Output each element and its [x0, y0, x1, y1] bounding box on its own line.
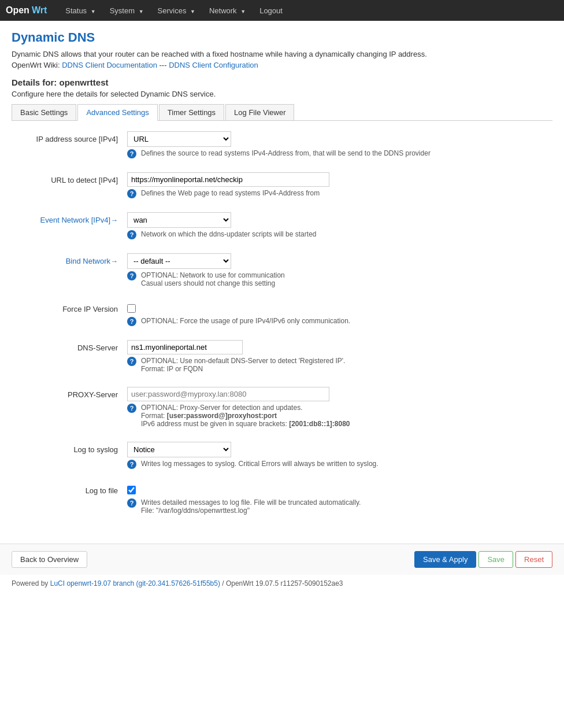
proxy-server-label: PROXY-Server: [12, 387, 127, 399]
proxy-server-control: ? OPTIONAL: Proxy-Server for detection a…: [127, 387, 552, 434]
event-network-row: Event Network [IPv4]→ wan lan loopback ?…: [12, 212, 552, 245]
proxy-server-input[interactable]: [127, 387, 329, 401]
nav-item-logout[interactable]: Logout: [253, 2, 290, 20]
log-file-row: Log to file ? Writes detailed messages t…: [12, 483, 552, 520]
field-ip-source: IP address source [IPv4] URL Network Scr…: [12, 131, 552, 164]
nav-item-system[interactable]: System ▼: [103, 2, 151, 20]
reset-button[interactable]: Reset: [515, 551, 552, 568]
page-title: Dynamic DNS: [12, 30, 552, 45]
save-apply-button[interactable]: Save & Apply: [414, 551, 476, 568]
proxy-server-help-icon[interactable]: ?: [127, 404, 136, 413]
log-syslog-help-icon[interactable]: ?: [127, 460, 136, 469]
field-log-syslog: Log to syslog Notice Info Warning Error …: [12, 442, 552, 475]
intro-links: OpenWrt Wiki: DDNS Client Documentation …: [12, 61, 552, 69]
intro-text-1: Dynamic DNS allows that your router can …: [12, 50, 552, 58]
force-ip-row: Force IP Version ? OPTIONAL: Force the u…: [12, 301, 552, 332]
nav-item-services[interactable]: Services ▼: [151, 2, 202, 20]
dns-server-row: DNS-Server ? OPTIONAL: Use non-default D…: [12, 340, 552, 379]
event-network-help: ? Network on which the ddns-updater scri…: [127, 230, 552, 239]
proxy-server-row: PROXY-Server ? OPTIONAL: Proxy-Server fo…: [12, 387, 552, 434]
log-file-checkbox[interactable]: [127, 486, 136, 494]
event-network-label: Event Network [IPv4]→: [12, 212, 127, 224]
force-ip-control: ? OPTIONAL: Force the usage of pure IPv4…: [127, 301, 552, 332]
brand-wrt: Wrt: [32, 5, 47, 16]
force-ip-checkbox[interactable]: [127, 304, 136, 313]
event-network-help-icon[interactable]: ?: [127, 230, 136, 239]
bind-network-row: Bind Network→ -- default -- wan lan ? OP…: [12, 253, 552, 293]
main-content: Dynamic DNS Dynamic DNS allows that your…: [0, 21, 564, 538]
back-to-overview-button[interactable]: Back to Overview: [12, 551, 87, 568]
field-bind-network: Bind Network→ -- default -- wan lan ? OP…: [12, 253, 552, 293]
dns-server-help-icon[interactable]: ?: [127, 357, 136, 366]
bind-network-label: Bind Network→: [12, 253, 127, 265]
bottom-bar: Back to Overview Save & Apply Save Reset: [0, 544, 564, 575]
url-detect-help-icon[interactable]: ?: [127, 189, 136, 198]
ddns-config-link[interactable]: DDNS Client Configuration: [169, 61, 258, 69]
field-url-detect: URL to detect [IPv4] ? Defines the Web p…: [12, 172, 552, 204]
footer-luci-link[interactable]: LuCI openwrt-19.07 branch (git-20.341.57…: [50, 579, 220, 587]
event-network-link[interactable]: Event Network [IPv4]→: [40, 216, 118, 224]
tab-log-file-viewer[interactable]: Log File Viewer: [225, 104, 294, 120]
ddns-doc-link[interactable]: DDNS Client Documentation: [62, 61, 157, 69]
ip-source-help-icon[interactable]: ?: [127, 149, 136, 158]
dns-server-help: ? OPTIONAL: Use non-default DNS-Server t…: [127, 357, 552, 373]
footer-suffix: / OpenWrt 19.07.5 r11257-5090152ae3: [220, 579, 343, 587]
bind-network-select[interactable]: -- default -- wan lan: [127, 253, 231, 269]
log-syslog-row: Log to syslog Notice Info Warning Error …: [12, 442, 552, 475]
bind-network-control: -- default -- wan lan ? OPTIONAL: Networ…: [127, 253, 552, 293]
ip-source-select[interactable]: URL Network Script Interface Web: [127, 131, 231, 147]
details-title: Details for: openwrttest: [12, 77, 552, 87]
proxy-server-help: ? OPTIONAL: Proxy-Server for detection a…: [127, 404, 552, 428]
page-footer: Powered by LuCI openwrt-19.07 branch (gi…: [0, 575, 564, 592]
dns-server-input[interactable]: [127, 340, 243, 354]
details-desc: Configure here the details for selected …: [12, 90, 552, 98]
tab-bar: Basic Settings Advanced Settings Timer S…: [12, 104, 552, 121]
url-detect-row: URL to detect [IPv4] ? Defines the Web p…: [12, 172, 552, 204]
tab-advanced-settings[interactable]: Advanced Settings: [77, 104, 157, 121]
field-log-file: Log to file ? Writes detailed messages t…: [12, 483, 552, 520]
event-network-select[interactable]: wan lan loopback: [127, 212, 231, 228]
field-force-ip: Force IP Version ? OPTIONAL: Force the u…: [12, 301, 552, 332]
dns-server-control: ? OPTIONAL: Use non-default DNS-Server t…: [127, 340, 552, 379]
bind-network-link[interactable]: Bind Network→: [66, 257, 118, 265]
log-syslog-label: Log to syslog: [12, 442, 127, 454]
field-event-network: Event Network [IPv4]→ wan lan loopback ?…: [12, 212, 552, 245]
nav-menu: Status ▼ System ▼ Services ▼ Network ▼ L…: [58, 2, 290, 20]
ip-source-row: IP address source [IPv4] URL Network Scr…: [12, 131, 552, 164]
log-file-help: ? Writes detailed messages to log file. …: [127, 498, 552, 515]
bind-network-help: ? OPTIONAL: Network to use for communica…: [127, 271, 552, 287]
log-syslog-control: Notice Info Warning Error Debug ? Writes…: [127, 442, 552, 475]
tab-timer-settings[interactable]: Timer Settings: [159, 104, 224, 120]
url-detect-label: URL to detect [IPv4]: [12, 172, 127, 184]
footer-prefix: Powered by: [12, 579, 50, 587]
nav-item-status[interactable]: Status ▼: [58, 2, 102, 20]
link-separator: ---: [157, 61, 169, 69]
log-syslog-help: ? Writes log messages to syslog. Critica…: [127, 460, 552, 469]
log-file-help-icon[interactable]: ?: [127, 498, 136, 508]
url-detect-input[interactable]: [127, 172, 329, 187]
dns-server-label: DNS-Server: [12, 340, 127, 352]
navbar: OpenWrt Status ▼ System ▼ Services ▼ Net…: [0, 0, 564, 21]
ip-source-control: URL Network Script Interface Web ? Defin…: [127, 131, 552, 164]
field-proxy-server: PROXY-Server ? OPTIONAL: Proxy-Server fo…: [12, 387, 552, 434]
ip-source-label: IP address source [IPv4]: [12, 131, 127, 143]
url-detect-help: ? Defines the Web page to read systems I…: [127, 189, 552, 198]
log-file-control: ? Writes detailed messages to log file. …: [127, 483, 552, 520]
brand-open: Open: [6, 5, 29, 16]
brand-logo: OpenWrt: [6, 5, 47, 16]
tab-basic-settings[interactable]: Basic Settings: [12, 104, 76, 120]
action-buttons: Save & Apply Save Reset: [414, 551, 552, 568]
url-detect-control: ? Defines the Web page to read systems I…: [127, 172, 552, 204]
log-syslog-select[interactable]: Notice Info Warning Error Debug: [127, 442, 231, 457]
advanced-settings-form: IP address source [IPv4] URL Network Scr…: [12, 131, 552, 520]
ip-source-help: ? Defines the source to read systems IPv…: [127, 149, 552, 158]
force-ip-help: ? OPTIONAL: Force the usage of pure IPv4…: [127, 317, 552, 326]
nav-item-network[interactable]: Network ▼: [202, 2, 253, 20]
bind-network-help-icon[interactable]: ?: [127, 271, 136, 280]
event-network-control: wan lan loopback ? Network on which the …: [127, 212, 552, 245]
field-dns-server: DNS-Server ? OPTIONAL: Use non-default D…: [12, 340, 552, 379]
save-button[interactable]: Save: [478, 551, 513, 568]
force-ip-label: Force IP Version: [12, 301, 127, 313]
force-ip-help-icon[interactable]: ?: [127, 317, 136, 326]
intro-wiki-prefix: OpenWrt Wiki:: [12, 61, 62, 69]
